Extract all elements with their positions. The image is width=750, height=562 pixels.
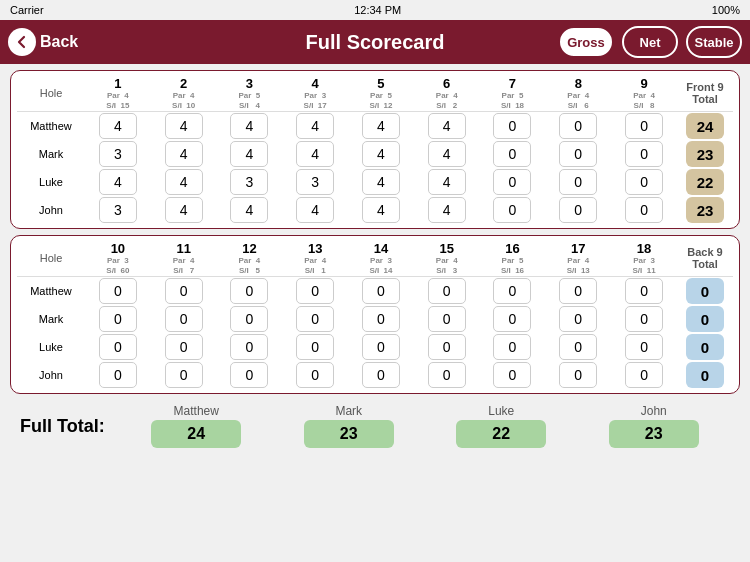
front9-input-mark-8[interactable] — [559, 141, 597, 167]
net-button[interactable]: Net — [622, 26, 678, 58]
front9-input-john-4[interactable] — [296, 197, 334, 223]
front9-input-luke-3[interactable] — [230, 169, 268, 195]
back9-input-john-10[interactable] — [99, 362, 137, 388]
back9-input-matthew-17[interactable] — [559, 278, 597, 304]
back9-score-john-hole12[interactable] — [217, 361, 283, 389]
back9-score-mark-hole12[interactable] — [217, 305, 283, 333]
front9-input-mark-6[interactable] — [428, 141, 466, 167]
front9-score-luke-hole2[interactable] — [151, 168, 217, 196]
front9-score-john-hole4[interactable] — [282, 196, 348, 224]
back9-input-mark-13[interactable] — [296, 306, 334, 332]
back9-score-mark-hole14[interactable] — [348, 305, 414, 333]
front9-score-john-hole6[interactable] — [414, 196, 480, 224]
back9-score-matthew-hole11[interactable] — [151, 277, 217, 306]
back9-input-matthew-13[interactable] — [296, 278, 334, 304]
back9-input-matthew-11[interactable] — [165, 278, 203, 304]
front9-score-john-hole1[interactable] — [85, 196, 151, 224]
back9-input-mark-16[interactable] — [493, 306, 531, 332]
back9-score-john-hole11[interactable] — [151, 361, 217, 389]
back9-score-john-hole18[interactable] — [611, 361, 677, 389]
front9-score-luke-hole8[interactable] — [545, 168, 611, 196]
back9-score-mark-hole10[interactable] — [85, 305, 151, 333]
front9-input-matthew-5[interactable] — [362, 113, 400, 139]
back9-score-luke-hole16[interactable] — [480, 333, 546, 361]
front9-input-luke-5[interactable] — [362, 169, 400, 195]
back9-input-luke-13[interactable] — [296, 334, 334, 360]
back9-score-matthew-hole10[interactable] — [85, 277, 151, 306]
front9-score-luke-hole7[interactable] — [480, 168, 546, 196]
front9-score-matthew-hole4[interactable] — [282, 112, 348, 141]
back9-score-john-hole13[interactable] — [282, 361, 348, 389]
back9-score-john-hole10[interactable] — [85, 361, 151, 389]
front9-input-john-2[interactable] — [165, 197, 203, 223]
front9-input-mark-3[interactable] — [230, 141, 268, 167]
back9-score-matthew-hole12[interactable] — [217, 277, 283, 306]
front9-input-matthew-8[interactable] — [559, 113, 597, 139]
front9-input-john-5[interactable] — [362, 197, 400, 223]
back9-score-mark-hole13[interactable] — [282, 305, 348, 333]
back9-score-mark-hole17[interactable] — [545, 305, 611, 333]
back9-input-matthew-14[interactable] — [362, 278, 400, 304]
front9-input-john-9[interactable] — [625, 197, 663, 223]
front9-score-matthew-hole6[interactable] — [414, 112, 480, 141]
back9-score-matthew-hole17[interactable] — [545, 277, 611, 306]
back9-input-luke-12[interactable] — [230, 334, 268, 360]
back9-score-john-hole16[interactable] — [480, 361, 546, 389]
back9-score-matthew-hole13[interactable] — [282, 277, 348, 306]
front9-score-luke-hole1[interactable] — [85, 168, 151, 196]
front9-score-john-hole9[interactable] — [611, 196, 677, 224]
front9-input-matthew-2[interactable] — [165, 113, 203, 139]
back9-input-mark-18[interactable] — [625, 306, 663, 332]
back9-score-matthew-hole15[interactable] — [414, 277, 480, 306]
front9-score-john-hole8[interactable] — [545, 196, 611, 224]
back9-score-luke-hole18[interactable] — [611, 333, 677, 361]
back9-score-john-hole15[interactable] — [414, 361, 480, 389]
front9-input-matthew-6[interactable] — [428, 113, 466, 139]
front9-score-luke-hole9[interactable] — [611, 168, 677, 196]
front9-input-matthew-3[interactable] — [230, 113, 268, 139]
back9-score-mark-hole16[interactable] — [480, 305, 546, 333]
front9-score-luke-hole4[interactable] — [282, 168, 348, 196]
front9-score-matthew-hole3[interactable] — [217, 112, 283, 141]
front9-score-matthew-hole9[interactable] — [611, 112, 677, 141]
front9-input-john-6[interactable] — [428, 197, 466, 223]
front9-input-matthew-7[interactable] — [493, 113, 531, 139]
front9-score-mark-hole8[interactable] — [545, 140, 611, 168]
back9-input-mark-17[interactable] — [559, 306, 597, 332]
front9-score-mark-hole2[interactable] — [151, 140, 217, 168]
back9-input-matthew-16[interactable] — [493, 278, 531, 304]
front9-input-luke-4[interactable] — [296, 169, 334, 195]
back9-input-john-11[interactable] — [165, 362, 203, 388]
back9-input-matthew-18[interactable] — [625, 278, 663, 304]
front9-score-john-hole3[interactable] — [217, 196, 283, 224]
front9-score-luke-hole5[interactable] — [348, 168, 414, 196]
front9-input-luke-9[interactable] — [625, 169, 663, 195]
back9-score-luke-hole14[interactable] — [348, 333, 414, 361]
back9-score-luke-hole12[interactable] — [217, 333, 283, 361]
back9-input-mark-14[interactable] — [362, 306, 400, 332]
front9-input-john-7[interactable] — [493, 197, 531, 223]
back9-score-luke-hole15[interactable] — [414, 333, 480, 361]
back9-input-luke-15[interactable] — [428, 334, 466, 360]
front9-input-matthew-1[interactable] — [99, 113, 137, 139]
back9-score-john-hole14[interactable] — [348, 361, 414, 389]
back9-score-mark-hole18[interactable] — [611, 305, 677, 333]
back9-score-mark-hole15[interactable] — [414, 305, 480, 333]
back9-score-john-hole17[interactable] — [545, 361, 611, 389]
front9-score-mark-hole1[interactable] — [85, 140, 151, 168]
back9-input-john-18[interactable] — [625, 362, 663, 388]
back9-input-luke-16[interactable] — [493, 334, 531, 360]
back9-input-mark-15[interactable] — [428, 306, 466, 332]
front9-score-matthew-hole7[interactable] — [480, 112, 546, 141]
back9-input-john-14[interactable] — [362, 362, 400, 388]
back9-score-luke-hole10[interactable] — [85, 333, 151, 361]
front9-input-mark-1[interactable] — [99, 141, 137, 167]
back9-input-luke-11[interactable] — [165, 334, 203, 360]
front9-score-mark-hole5[interactable] — [348, 140, 414, 168]
front9-score-mark-hole3[interactable] — [217, 140, 283, 168]
back9-input-luke-18[interactable] — [625, 334, 663, 360]
front9-input-matthew-9[interactable] — [625, 113, 663, 139]
back9-input-mark-11[interactable] — [165, 306, 203, 332]
back9-input-matthew-15[interactable] — [428, 278, 466, 304]
back9-input-matthew-10[interactable] — [99, 278, 137, 304]
